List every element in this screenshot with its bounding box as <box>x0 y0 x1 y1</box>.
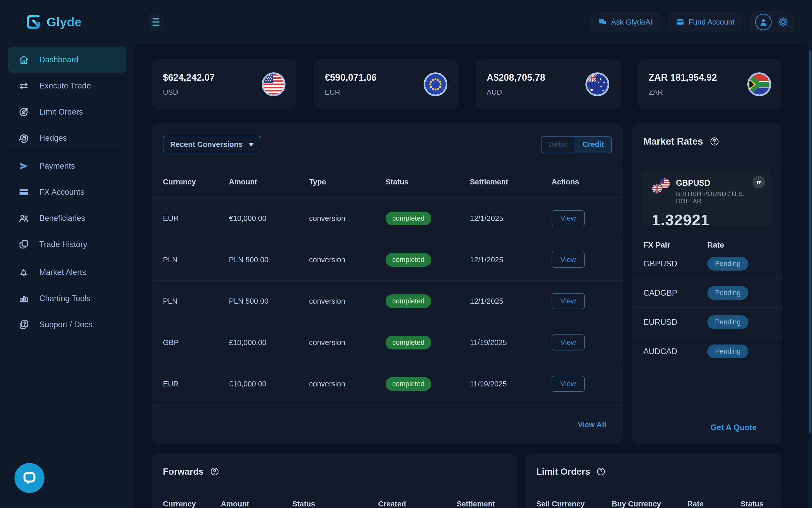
fx-rate-row: CADGBP Pending <box>632 279 782 308</box>
sidebar-label: Payments <box>39 161 75 171</box>
sidebar-label: FX Accounts <box>39 187 84 197</box>
cell-currency: PLN <box>163 256 229 264</box>
sidebar-label: Trade History <box>39 240 87 249</box>
market-rates-footer: Get A Quote <box>632 411 782 444</box>
recent-conversions-panel: Recent Conversions Debit Credit Currency… <box>151 123 623 444</box>
pair-flags-icon <box>652 178 670 194</box>
balance-amount: €590,071.06 <box>325 72 376 83</box>
pair-subtitle: BRITISH POUND / U.S. DOLLAR <box>676 190 763 205</box>
balance-card-eur[interactable]: €590,071.06 EUR <box>313 59 459 110</box>
fx-pair: GBPUSD <box>643 259 707 268</box>
pending-badge: Pending <box>707 286 749 300</box>
balance-currency: EUR <box>325 88 376 96</box>
sidebar-item-fx-accounts[interactable]: FX Accounts <box>8 179 126 205</box>
col-sell-currency: Sell Currency <box>536 500 612 508</box>
au-flag-icon <box>585 73 609 96</box>
fx-rate-row: GBPUSD Pending <box>632 249 782 279</box>
fund-account-label: Fund Account <box>689 18 734 27</box>
market-rates-title: Market Rates <box>643 136 703 147</box>
card-icon <box>676 17 684 27</box>
main-content: $624,242.07 USD €590,071.06 EUR <box>134 44 812 508</box>
toggle-debit[interactable]: Debit <box>542 136 575 153</box>
view-button[interactable]: View <box>552 252 585 268</box>
sidebar-item-payments[interactable]: Payments <box>8 153 126 179</box>
wallet-card-icon <box>17 186 30 198</box>
user-avatar[interactable] <box>755 14 772 30</box>
table-row: EUR €10,000.00 conversion completed 12/1… <box>151 197 623 239</box>
chevron-down-icon <box>248 143 254 146</box>
sidebar-item-dashboard[interactable]: Dashboard <box>8 47 126 73</box>
sidebar-label: Limit Orders <box>39 107 83 117</box>
ask-glydeai-label: Ask GlydeAI <box>611 18 652 27</box>
people-icon <box>17 213 30 224</box>
tradingview-rate-widget[interactable]: GBPUSD BRITISH POUND / U.S. DOLLAR 1.329… <box>643 171 771 225</box>
sidebar-item-execute-trade[interactable]: Execute Trade <box>8 73 126 99</box>
view-button[interactable]: View <box>552 334 585 350</box>
cell-amount: £10,000.00 <box>229 338 309 347</box>
balance-amount: ZAR 181,954.92 <box>648 72 717 83</box>
table-row: PLN PLN 500.00 conversion completed 12/1… <box>151 239 623 280</box>
cell-settlement: 11/19/2025 <box>470 380 552 388</box>
market-rates-panel: Market Rates <box>632 123 782 444</box>
sidebar-item-charting-tools[interactable]: Charting Tools <box>8 285 126 311</box>
view-button[interactable]: View <box>552 376 585 392</box>
sidebar-item-trade-history[interactable]: Trade History <box>8 231 126 257</box>
menu-toggle-button[interactable] <box>148 13 164 31</box>
pending-badge: Pending <box>707 315 749 329</box>
pending-badge: Pending <box>707 344 749 358</box>
settings-gear-icon[interactable] <box>777 16 789 28</box>
fund-account-button[interactable]: Fund Account <box>668 12 742 32</box>
table-row: EUR €10,000.00 conversion completed 11/1… <box>151 363 623 404</box>
sidebar-label: Execute Trade <box>39 81 91 90</box>
help-icon[interactable] <box>710 136 719 146</box>
sidebar-item-hedges[interactable]: Hedges <box>8 125 126 151</box>
help-icon[interactable] <box>596 467 605 476</box>
view-button[interactable]: View <box>552 293 585 309</box>
col-amount: Amount <box>229 178 309 186</box>
balance-amount: A$208,705.78 <box>487 72 545 83</box>
sidebar-item-limit-orders[interactable]: Limit Orders <box>8 99 126 125</box>
toggle-credit[interactable]: Credit <box>575 136 611 153</box>
cell-currency: EUR <box>163 214 229 223</box>
limit-orders-title: Limit Orders <box>536 466 590 477</box>
conversions-table-header: Currency Amount Type Status Settlement A… <box>151 166 623 197</box>
get-a-quote-link[interactable]: Get A Quote <box>710 423 757 432</box>
fx-rate-row: AUDCAD Pending <box>632 337 782 366</box>
balance-cards: $624,242.07 USD €590,071.06 EUR <box>151 59 782 110</box>
sidebar-item-beneficiaries[interactable]: Beneficiaries <box>8 205 126 231</box>
status-badge: completed <box>386 253 431 267</box>
app-logo[interactable]: Glyde <box>25 13 82 31</box>
tradingview-logo-icon[interactable] <box>753 176 765 188</box>
col-fx-pair: FX Pair <box>643 241 707 249</box>
col-actions: Actions <box>552 178 612 186</box>
balance-card-aud[interactable]: A$208,705.78 AUD <box>475 59 621 110</box>
glyde-logo-icon <box>25 13 42 31</box>
balance-card-usd[interactable]: $624,242.07 USD <box>151 59 297 110</box>
col-currency: Currency <box>163 178 229 186</box>
limit-orders-table-header: Sell Currency Buy Currency Rate Status <box>525 491 782 508</box>
col-status: Status <box>740 500 771 508</box>
sidebar-item-market-alerts[interactable]: Market Alerts <box>8 259 126 285</box>
live-chat-button[interactable] <box>14 463 44 493</box>
sidebar-item-support-docs[interactable]: Support / Docs <box>8 311 126 338</box>
copy-folder-icon <box>17 239 30 250</box>
target-icon <box>17 106 30 118</box>
scrollbar-thumb[interactable] <box>809 50 811 433</box>
conversions-header: Recent Conversions Debit Credit <box>151 123 623 166</box>
balance-card-zar[interactable]: ZAR 181,954.92 ZAR <box>637 59 782 110</box>
scrollbar-track[interactable] <box>808 44 812 508</box>
view-button[interactable]: View <box>552 210 585 226</box>
cell-amount: PLN 500.00 <box>229 256 309 264</box>
home-icon <box>17 54 30 66</box>
col-currency: Currency <box>163 500 221 508</box>
ask-glydeai-button[interactable]: Ask GlydeAI <box>590 12 660 32</box>
forwards-table-header: Currency Amount Status Created Settlemen… <box>151 491 517 508</box>
col-rate: Rate <box>707 241 771 249</box>
bell-icon <box>17 267 30 278</box>
doc-question-icon <box>17 319 30 330</box>
view-all-link[interactable]: View All <box>578 421 606 429</box>
fx-pair: EURUSD <box>643 318 707 327</box>
help-icon[interactable] <box>210 467 219 476</box>
conversions-type-dropdown[interactable]: Recent Conversions <box>163 136 261 154</box>
fx-table-header: FX Pair Rate <box>632 241 782 249</box>
